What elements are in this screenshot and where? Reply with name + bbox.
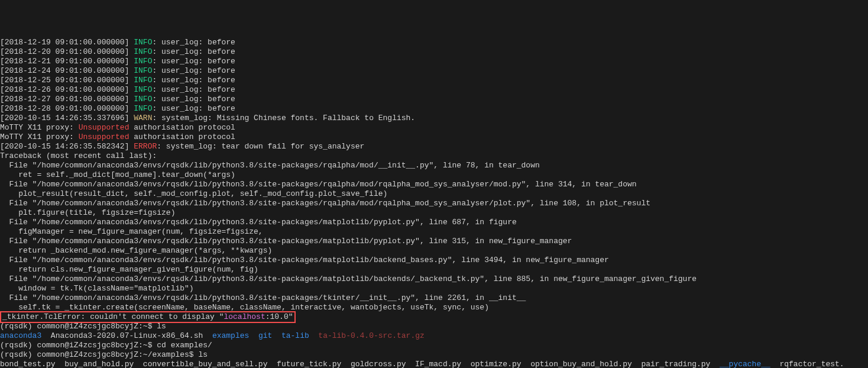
terminal-line: [2018-12-19 09:01:00.000000] INFO: user_… (0, 38, 868, 47)
terminal-line: MoTTY X11 proxy: Unsupported authorisati… (0, 123, 868, 133)
ls-sep (272, 331, 281, 340)
shell-prompt: (rqsdk) common@iZ4zcsjgc8bcyjZ:~$ (0, 341, 157, 350)
log-message: : system_log: Missing Chinese fonts. Fal… (152, 114, 415, 122)
log-level-info: INFO (134, 47, 152, 56)
terminal-line: [2020-10-15 14:26:35.337696] WARN: syste… (0, 114, 868, 123)
terminal-line: [2018-12-21 09:01:00.000000] INFO: user_… (0, 57, 868, 66)
terminal-line: (rqsdk) common@iZ4zcsjgc8bcyjZ:~$ cd exa… (0, 341, 868, 350)
ls-sep (249, 331, 258, 340)
terminal-line: Traceback (most recent call last): (0, 151, 868, 161)
log-level-info: INFO (134, 85, 152, 94)
traceback-line: window = tk.Tk(className="matplotlib") (0, 284, 194, 293)
proxy-unsupported: Unsupported (79, 133, 129, 141)
shell-command: ls (198, 350, 208, 359)
terminal-output[interactable]: [2018-12-19 09:01:00.000000] INFO: user_… (0, 38, 868, 368)
proxy-prefix: MoTTY X11 proxy: (0, 123, 79, 132)
log-level-warn: WARN (134, 114, 152, 122)
log-message: : user_log: before (152, 66, 235, 75)
traceback-line: File "/home/common/anaconda3/envs/rqsdk/… (0, 237, 572, 246)
log-message: : user_log: before (152, 38, 235, 47)
proxy-suffix: authorisation protocol (129, 123, 235, 132)
terminal-line: [2018-12-25 09:01:00.000000] INFO: user_… (0, 76, 868, 85)
traceback-line: plt.figure(title, figsize=figsize) (0, 208, 175, 217)
log-message: : user_log: before (152, 76, 235, 85)
log-message: : user_log: before (152, 104, 235, 113)
traceback-line: File "/home/common/anaconda3/envs/rqsdk/… (0, 293, 526, 302)
terminal-line: File "/home/common/anaconda3/envs/rqsdk/… (0, 218, 868, 227)
traceback-line: File "/home/common/anaconda3/envs/rqsdk/… (0, 161, 540, 170)
log-level-info: INFO (134, 57, 152, 66)
log-timestamp: [2018-12-24 09:01:00.000000] (0, 66, 134, 75)
traceback-line: File "/home/common/anaconda3/envs/rqsdk/… (0, 256, 609, 264)
log-timestamp: [2020-10-15 14:26:35.337696] (0, 114, 134, 122)
traceback-header: Traceback (most recent call last): (0, 151, 157, 160)
shell-command: cd examples/ (157, 341, 212, 350)
log-level-info: INFO (134, 76, 152, 85)
ls-item: examples (212, 331, 249, 340)
ls-sep: rqfactor_test. (770, 360, 844, 368)
terminal-line: File "/home/common/anaconda3/envs/rqsdk/… (0, 180, 868, 189)
traceback-line: ret = self._mod_dict[mod_name].tear_down… (0, 170, 235, 179)
log-level-info: INFO (134, 38, 152, 47)
log-timestamp: [2018-12-28 09:01:00.000000] (0, 104, 134, 113)
ls-item: ta-lib-0.4.0-src.tar.gz (318, 331, 424, 340)
shell-command: ls (157, 322, 166, 331)
terminal-line: (rqsdk) common@iZ4zcsjgc8bcyjZ:~/example… (0, 350, 868, 360)
ls-sep: Anaconda3-2020.07-Linux-x86_64.sh (51, 331, 203, 340)
ls-sep (41, 331, 51, 340)
terminal-line: File "/home/common/anaconda3/envs/rqsdk/… (0, 237, 868, 246)
terminal-line: [2018-12-20 09:01:00.000000] INFO: user_… (0, 47, 868, 57)
traceback-line: figManager = new_figure_manager(num, fig… (0, 227, 263, 236)
terminal-line: File "/home/common/anaconda3/envs/rqsdk/… (0, 256, 868, 265)
log-timestamp: [2018-12-26 09:01:00.000000] (0, 85, 134, 94)
terminal-line: ret = self._mod_dict[mod_name].tear_down… (0, 170, 868, 180)
log-level-error: ERROR (134, 142, 157, 151)
log-timestamp: [2018-12-20 09:01:00.000000] (0, 47, 134, 56)
terminal-line: [2018-12-24 09:01:00.000000] INFO: user_… (0, 66, 868, 76)
proxy-unsupported: Unsupported (79, 123, 129, 132)
tcl-error-text: :10.0" (265, 312, 293, 321)
shell-prompt: (rqsdk) common@iZ4zcsjgc8bcyjZ:~$ (0, 322, 157, 331)
traceback-line: File "/home/common/anaconda3/envs/rqsdk/… (0, 275, 697, 283)
terminal-line: File "/home/common/anaconda3/envs/rqsdk/… (0, 199, 868, 208)
highlighted-error: _tkinter.TclError: couldn't connect to d… (0, 311, 296, 323)
log-timestamp: [2018-12-27 09:01:00.000000] (0, 95, 134, 104)
terminal-line: File "/home/common/anaconda3/envs/rqsdk/… (0, 293, 868, 303)
traceback-line: plot_result(result_dict, self._mod_confi… (0, 189, 387, 198)
terminal-line: window = tk.Tk(className="matplotlib") (0, 284, 868, 293)
terminal-line: File "/home/common/anaconda3/envs/rqsdk/… (0, 161, 868, 170)
log-timestamp: [2018-12-25 09:01:00.000000] (0, 76, 134, 85)
log-message: : user_log: before (152, 85, 235, 94)
traceback-line: return cls.new_figure_manager_given_figu… (0, 265, 258, 274)
terminal-line: (rqsdk) common@iZ4zcsjgc8bcyjZ:~$ ls (0, 322, 868, 331)
log-level-info: INFO (134, 95, 152, 104)
ls-sep (203, 331, 212, 340)
ls-sep (309, 331, 319, 340)
traceback-line: File "/home/common/anaconda3/envs/rqsdk/… (0, 218, 517, 227)
terminal-line: return cls.new_figure_manager_given_figu… (0, 265, 868, 275)
log-message: : system_log: tear down fail for sys_ana… (157, 142, 364, 151)
ls-item: ta-lib (281, 331, 309, 340)
log-timestamp: [2020-10-15 14:26:35.582342] (0, 142, 134, 151)
traceback-line: File "/home/common/anaconda3/envs/rqsdk/… (0, 199, 650, 208)
terminal-line: [2018-12-26 09:01:00.000000] INFO: user_… (0, 85, 868, 95)
ls-sep: bond_test.py buy_and_hold.py convertible… (0, 360, 720, 368)
terminal-line: bond_test.py buy_and_hold.py convertible… (0, 360, 868, 368)
log-timestamp: [2018-12-19 09:01:00.000000] (0, 38, 134, 47)
terminal-line: figManager = new_figure_manager(num, fig… (0, 227, 868, 237)
proxy-prefix: MoTTY X11 proxy: (0, 133, 79, 141)
terminal-line: [2018-12-28 09:01:00.000000] INFO: user_… (0, 104, 868, 114)
traceback-line: self.tk = _tkinter.create(screenName, ba… (0, 303, 489, 312)
traceback-line: return _backend_mod.new_figure_manager(*… (0, 246, 272, 255)
log-message: : user_log: before (152, 95, 235, 104)
log-level-info: INFO (134, 104, 152, 113)
terminal-line: plot_result(result_dict, self._mod_confi… (0, 189, 868, 199)
tcl-error-text: _tkinter.TclError: couldn't connect to d… (2, 312, 224, 321)
traceback-line: File "/home/common/anaconda3/envs/rqsdk/… (0, 180, 637, 189)
terminal-line: [2018-12-27 09:01:00.000000] INFO: user_… (0, 95, 868, 104)
terminal-line: [2020-10-15 14:26:35.582342] ERROR: syst… (0, 142, 868, 151)
ls-item: git (258, 331, 272, 340)
terminal-line: MoTTY X11 proxy: Unsupported authorisati… (0, 133, 868, 142)
terminal-line: return _backend_mod.new_figure_manager(*… (0, 246, 868, 256)
shell-prompt: (rqsdk) common@iZ4zcsjgc8bcyjZ:~/example… (0, 350, 198, 359)
